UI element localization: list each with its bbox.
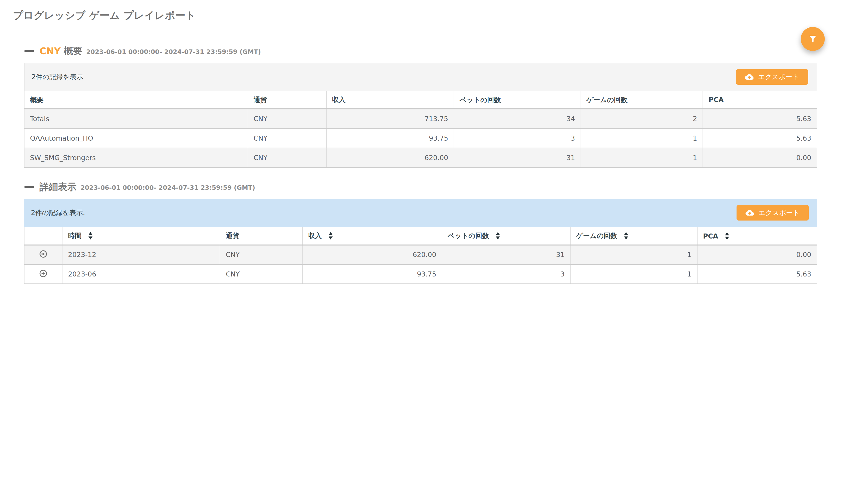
table-cell: 620.00 [327, 148, 454, 167]
arrow-right-circle-icon [39, 269, 47, 277]
table-cell: 1 [570, 265, 697, 284]
summary-table: 概要 通貨 収入 ベットの回数 ゲームの回数 PCA TotalsCNY713.… [24, 91, 817, 168]
summary-section-heading: CNY 概要 2023-06-01 00:00:00- 2024-07-31 2… [24, 45, 817, 57]
section-title-currency: CNY [39, 46, 61, 56]
records-count-text: 2件の記録を表示 [32, 72, 83, 82]
detail-section-heading: 詳細表示 2023-06-01 00:00:00- 2024-07-31 23:… [24, 181, 817, 193]
cloud-download-icon [746, 209, 754, 217]
table-cell: 3 [442, 265, 571, 284]
detail-toolbar: 2件の記録を表示. エクスポート [24, 199, 817, 227]
table-row: TotalsCNY713.753425.63 [24, 109, 817, 128]
table-cell: SW_SMG_Strongers [24, 148, 248, 167]
table-cell: 31 [442, 245, 571, 265]
filter-fab-button[interactable] [801, 27, 825, 51]
column-header-bet-count: ベットの回数 [454, 91, 581, 109]
column-header-bet-count[interactable]: ベットの回数 [442, 227, 571, 245]
export-button[interactable]: エクスポート [736, 69, 808, 85]
summary-table-header-row: 概要 通貨 収入 ベットの回数 ゲームの回数 PCA [24, 91, 817, 109]
section-title: 概要 [64, 45, 82, 57]
table-row: SW_SMG_StrongersCNY620.003110.00 [24, 148, 817, 167]
column-header-summary: 概要 [24, 91, 248, 109]
table-cell: CNY [248, 109, 327, 128]
cloud-download-icon [745, 73, 754, 81]
export-button-label: エクスポート [758, 72, 799, 82]
table-cell: CNY [248, 148, 327, 167]
table-cell: 0.00 [703, 148, 817, 167]
column-header-income: 収入 [327, 91, 454, 109]
table-cell: 3 [454, 128, 581, 148]
table-cell: 5.63 [697, 265, 817, 284]
table-cell: CNY [220, 245, 302, 265]
records-count-text: 2件の記録を表示. [31, 208, 85, 217]
sort-updown-icon [88, 232, 93, 239]
table-cell: 1 [570, 245, 697, 265]
column-header-pca: PCA [703, 91, 817, 109]
section-date-range: 2023-06-01 00:00:00- 2024-07-31 23:59:59… [86, 47, 261, 55]
table-cell: 5.63 [703, 128, 817, 148]
table-cell: 31 [454, 148, 581, 167]
table-cell: 93.75 [327, 128, 454, 148]
table-cell: Totals [24, 109, 248, 128]
table-cell: 1 [581, 128, 703, 148]
table-cell: 2 [581, 109, 703, 128]
summary-section: CNY 概要 2023-06-01 00:00:00- 2024-07-31 2… [24, 45, 817, 168]
export-button-label: エクスポート [758, 208, 800, 217]
column-header-currency: 通貨 [248, 91, 327, 109]
table-cell: CNY [220, 265, 302, 284]
table-cell: QAAutomation_HO [24, 128, 248, 148]
detail-table-header-row: 時間 通貨 収入 ベットの回数 [24, 227, 817, 245]
filter-icon [807, 34, 818, 44]
sort-updown-icon [724, 232, 730, 240]
column-header-game-count: ゲームの回数 [581, 91, 703, 109]
sort-updown-icon [328, 232, 333, 239]
table-cell: 1 [581, 148, 703, 167]
table-cell: 713.75 [327, 109, 454, 128]
detail-table: 時間 通貨 収入 ベットの回数 [24, 227, 817, 285]
table-cell: 620.00 [302, 245, 442, 265]
table-cell: 5.63 [703, 109, 817, 128]
column-header-time[interactable]: 時間 [62, 227, 220, 245]
table-row: QAAutomation_HOCNY93.75315.63 [24, 128, 817, 148]
expand-row-button[interactable] [24, 245, 62, 265]
section-date-range: 2023-06-01 00:00:00- 2024-07-31 23:59:59… [81, 183, 255, 191]
column-header-currency: 通貨 [220, 227, 302, 245]
section-title: 詳細表示 [39, 181, 76, 193]
column-header-income[interactable]: 収入 [302, 227, 442, 245]
sort-updown-icon [495, 232, 500, 239]
table-cell: CNY [248, 128, 327, 148]
table-row: 2023-06CNY93.75315.63 [24, 265, 817, 284]
table-cell: 2023-12 [62, 245, 220, 265]
table-row: 2023-12CNY620.003110.00 [24, 245, 817, 265]
arrow-right-circle-icon [39, 250, 47, 258]
export-button[interactable]: エクスポート [737, 205, 809, 220]
column-header-pca[interactable]: PCA [697, 227, 817, 245]
collapse-minus-icon[interactable] [24, 186, 34, 188]
detail-section: 詳細表示 2023-06-01 00:00:00- 2024-07-31 23:… [24, 181, 817, 285]
expand-row-button[interactable] [24, 265, 62, 284]
column-header-expand [24, 227, 62, 245]
table-cell: 34 [454, 109, 581, 128]
summary-toolbar: 2件の記録を表示 エクスポート [24, 63, 817, 91]
table-cell: 93.75 [302, 265, 442, 284]
sort-updown-icon [624, 232, 629, 239]
table-cell: 2023-06 [62, 265, 220, 284]
collapse-minus-icon[interactable] [24, 50, 34, 52]
column-header-game-count[interactable]: ゲームの回数 [570, 227, 697, 245]
page-title: プログレッシブ ゲーム プレイレポート [13, 8, 841, 22]
table-cell: 0.00 [697, 245, 817, 265]
